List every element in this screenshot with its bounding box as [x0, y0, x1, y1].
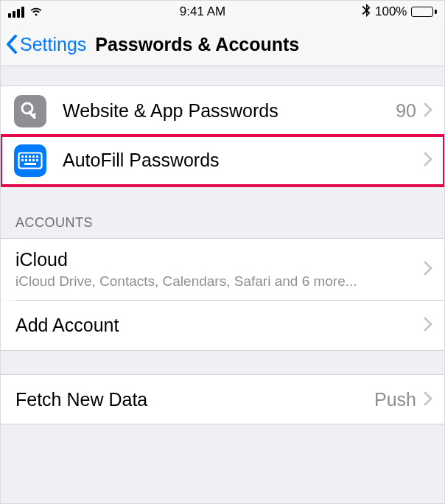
autofill-passwords-label: AutoFill Passwords — [63, 150, 424, 171]
page-title: Passwords & Accounts — [95, 34, 299, 55]
svg-rect-5 — [25, 155, 27, 158]
svg-rect-13 — [36, 159, 38, 161]
svg-rect-6 — [29, 155, 31, 158]
chevron-right-icon — [424, 149, 432, 172]
chevron-right-icon — [424, 388, 432, 411]
add-account-row[interactable]: Add Account — [1, 301, 444, 351]
key-icon — [14, 95, 46, 127]
svg-rect-8 — [36, 155, 38, 158]
svg-rect-7 — [32, 155, 35, 158]
status-time: 9:41 AM — [180, 4, 225, 19]
status-bar: 9:41 AM 100% — [1, 1, 444, 23]
bluetooth-icon — [362, 4, 371, 21]
svg-rect-11 — [29, 159, 31, 161]
fetch-new-data-value: Push — [374, 389, 416, 410]
chevron-right-icon — [424, 314, 432, 337]
battery-percentage: 100% — [375, 4, 407, 19]
chevron-right-icon — [424, 99, 432, 122]
back-button[interactable]: Settings — [5, 33, 86, 55]
svg-point-0 — [22, 103, 32, 113]
icloud-detail: iCloud Drive, Contacts, Calendars, Safar… — [15, 273, 424, 290]
fetch-new-data-row[interactable]: Fetch New Data Push — [1, 374, 444, 424]
accounts-header: ACCOUNTS — [1, 209, 444, 238]
wifi-icon — [29, 4, 43, 19]
icloud-label: iCloud — [15, 249, 424, 270]
website-app-passwords-count: 90 — [396, 100, 416, 122]
chevron-right-icon — [424, 258, 432, 281]
svg-rect-9 — [21, 159, 24, 161]
cellular-signal-icon — [8, 7, 24, 18]
fetch-new-data-label: Fetch New Data — [15, 389, 374, 410]
battery-icon — [411, 7, 437, 17]
svg-rect-12 — [32, 159, 35, 161]
website-app-passwords-label: Website & App Passwords — [63, 100, 396, 122]
add-account-label: Add Account — [15, 315, 424, 336]
autofill-passwords-row[interactable]: AutoFill Passwords — [1, 136, 444, 186]
navigation-bar: Settings Passwords & Accounts — [1, 23, 444, 66]
chevron-left-icon — [5, 33, 18, 55]
website-app-passwords-row[interactable]: Website & App Passwords 90 — [1, 85, 444, 136]
back-label: Settings — [20, 34, 86, 55]
svg-rect-10 — [25, 159, 27, 161]
svg-rect-14 — [24, 163, 36, 165]
keyboard-icon — [14, 144, 46, 177]
svg-rect-4 — [21, 155, 24, 158]
icloud-row[interactable]: iCloud iCloud Drive, Contacts, Calendars… — [1, 238, 444, 300]
